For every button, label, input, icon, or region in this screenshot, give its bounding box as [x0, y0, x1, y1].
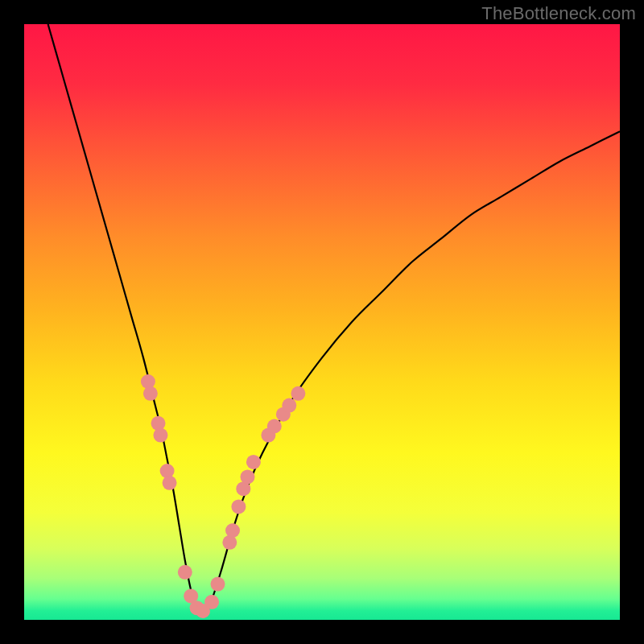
curve-marker [267, 419, 282, 434]
curve-marker [178, 565, 192, 580]
curve-marker [282, 398, 296, 413]
curve-marker [291, 386, 305, 401]
curve-marker [141, 374, 155, 389]
curve-marker [204, 595, 219, 609]
curve-markers [141, 374, 305, 618]
curve-marker [153, 428, 167, 443]
curve-layer [24, 24, 620, 620]
bottleneck-curve [48, 24, 620, 614]
plot-area [24, 24, 620, 620]
watermark-text: TheBottleneck.com [481, 3, 636, 24]
chart-frame: TheBottleneck.com [0, 0, 644, 644]
curve-marker [163, 476, 177, 490]
curve-marker [151, 416, 166, 431]
curve-marker [225, 523, 240, 538]
curve-marker [160, 464, 175, 478]
curve-marker [241, 469, 255, 484]
curve-marker [211, 577, 225, 592]
curve-marker [231, 499, 246, 514]
curve-marker [143, 386, 158, 401]
curve-marker [246, 455, 261, 469]
